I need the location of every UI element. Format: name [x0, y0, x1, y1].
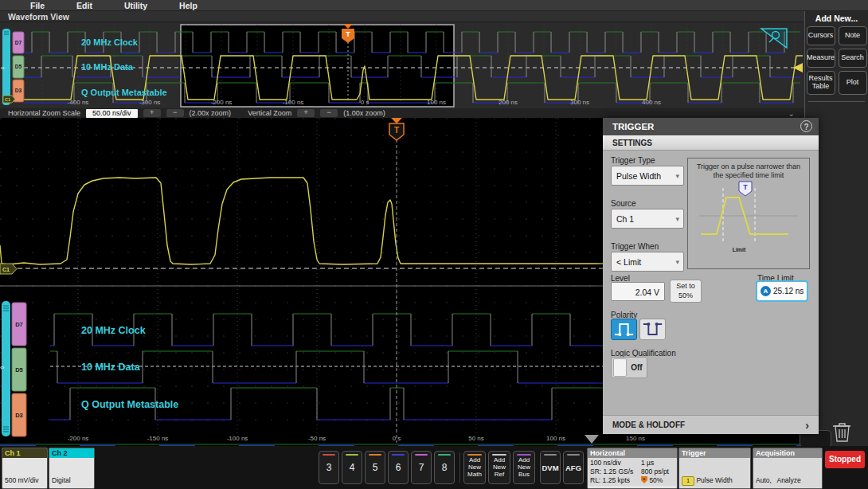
add-note-button[interactable]: Note [839, 26, 867, 45]
trigger-when-label: Trigger When [611, 242, 659, 251]
trigger-position-icon [641, 476, 647, 483]
run-stop-status-button[interactable]: Stopped [825, 451, 865, 468]
trigger-type-dropdown[interactable]: Pulse Width▾ [611, 166, 684, 186]
v-zoom-label: Vertical Zoom [248, 109, 291, 117]
svg-text:Limit: Limit [733, 247, 746, 252]
source-label: Source [611, 199, 636, 208]
svg-text:100 ns: 100 ns [546, 435, 565, 442]
source-1-key-icon: 1 [682, 476, 694, 486]
channel-5-button[interactable]: 5 [365, 451, 385, 484]
add-cursors-button[interactable]: Cursors [807, 26, 835, 45]
ch2-badge[interactable]: Ch 2 Digital ∕: 2 V [49, 448, 95, 489]
trigger-panel-title: TRIGGER [603, 118, 819, 135]
set-to-50-button[interactable]: Set to50% [670, 280, 702, 303]
svg-text:T: T [394, 126, 399, 135]
menu-file[interactable]: File [30, 1, 45, 10]
negative-pulse-icon [640, 319, 665, 339]
trigger-panel: TRIGGER ? SETTINGS Trigger Type Pulse Wi… [603, 118, 819, 434]
waveform-view-title: Waveform View [0, 11, 804, 22]
clock-label-overview: 20 MHz Clock [81, 37, 139, 47]
menu-edit[interactable]: Edit [76, 1, 92, 10]
h-zoom-plus-button[interactable]: + [143, 109, 161, 117]
sidebar-divider [808, 101, 865, 102]
svg-text:50 ns: 50 ns [468, 435, 484, 442]
channel-7-button[interactable]: 7 [411, 451, 432, 484]
channel-4-button[interactable]: 4 [342, 451, 362, 484]
svg-text:200 ns: 200 ns [499, 99, 518, 106]
main-axis-ticks: -200 ns-150 ns-100 ns-50 ns0 s50 ns100 n… [68, 435, 645, 442]
chevron-right-icon: › [805, 416, 809, 435]
svg-text:-200 ns: -200 ns [211, 99, 233, 106]
svg-text:C1: C1 [5, 97, 10, 102]
svg-text:D5: D5 [15, 366, 23, 374]
acquisition-badge[interactable]: Acquisition Auto, Analyze High Res: 13 b… [753, 448, 823, 489]
trigger-flag-icon: T [739, 182, 752, 196]
data-label-main: 10 MHz Data [81, 362, 141, 373]
trigger-type-label: Trigger Type [611, 156, 655, 165]
channel-8-button[interactable]: 8 [434, 451, 455, 484]
trigger-badge[interactable]: Trigger 1 Pulse Width < 25.12 ns 2.04 V [678, 448, 751, 489]
expand-icon[interactable]: ‹› [1, 65, 5, 71]
v-zoom-minus-button[interactable]: − [320, 109, 338, 117]
time-limit-input[interactable]: A 25.12 ns [756, 280, 808, 302]
polarity-positive-button[interactable] [611, 319, 637, 340]
svg-text:T: T [346, 30, 350, 38]
svg-text:D7: D7 [15, 321, 23, 328]
source-dropdown[interactable]: Ch 1▾ [611, 209, 684, 229]
h-zoom-minus-button[interactable]: − [166, 109, 184, 117]
polarity-negative-button[interactable] [639, 319, 666, 340]
menu-help[interactable]: Help [179, 1, 197, 10]
add-plot-button[interactable]: Plot [839, 71, 867, 95]
toggle-knob [613, 358, 627, 377]
svg-text:100 ns: 100 ns [427, 99, 446, 106]
chevron-down-icon: ▾ [675, 252, 679, 272]
afg-button[interactable]: AFG [563, 451, 584, 484]
svg-text:-300 ns: -300 ns [139, 99, 161, 106]
h-zoom-scale-label: Horizontal Zoom Scale [8, 109, 80, 117]
collapse-chevron-icon[interactable]: ⌄ [788, 109, 795, 118]
divider [459, 452, 460, 483]
dvm-button[interactable]: DVM [540, 451, 561, 484]
zoom-overlay-icon[interactable] [761, 29, 787, 48]
h-zoom-scale-input[interactable]: 50.00 ns/div [86, 109, 138, 118]
channel-6-button[interactable]: 6 [388, 451, 409, 484]
svg-text:T: T [743, 183, 748, 191]
add-results-table-button[interactable]: Results Table [807, 71, 835, 95]
svg-text:C1: C1 [2, 267, 10, 272]
add-measure-button[interactable]: Measure [807, 49, 835, 68]
data-label-overview: 10 MHz Data [81, 62, 134, 72]
v-zoom-plus-button[interactable]: + [297, 109, 315, 117]
help-icon[interactable]: ? [800, 120, 812, 132]
delete-drop-zone[interactable] [830, 420, 854, 447]
q-output-label-main: Q Output Metastable [81, 399, 178, 410]
trash-icon [830, 420, 854, 444]
tab-settings[interactable]: SETTINGS [603, 135, 819, 151]
trigger-help-diagram: Trigger on a pulse narrower than the spe… [687, 158, 810, 269]
add-search-button[interactable]: Search [839, 49, 867, 68]
badge-bar: Ch 1 500 mV/div ⊙DS 500 MHz Ch 2 Digital… [0, 446, 868, 489]
expand-icon[interactable]: ‹› [0, 364, 5, 371]
q-output-label-overview: Q Output Metastable [81, 88, 167, 97]
svg-text:D3: D3 [15, 412, 23, 419]
level-input[interactable]: 2.04 V [611, 282, 665, 301]
chevron-down-icon: ▾ [675, 209, 679, 229]
mode-holdoff-section[interactable]: MODE & HOLDOFF › [603, 415, 819, 434]
add-new-math-button[interactable]: Add New Math [463, 451, 486, 484]
svg-text:-200 ns: -200 ns [68, 435, 89, 442]
svg-text:0 s: 0 s [361, 99, 369, 106]
h-zoom-factor: (2.00x zoom) [190, 109, 232, 117]
logic-qualification-toggle[interactable]: Off [611, 357, 647, 378]
chevron-down-icon: ▾ [675, 166, 679, 186]
channel-3-button[interactable]: 3 [319, 451, 339, 484]
svg-text:400 ns: 400 ns [642, 99, 661, 106]
knob-a-icon: A [760, 286, 771, 296]
svg-text:300 ns: 300 ns [570, 99, 589, 106]
svg-text:D5: D5 [15, 64, 22, 69]
horizontal-badge[interactable]: Horizontal 100 ns/div1 µs SR: 1.25 GS/s8… [587, 448, 678, 489]
add-new-ref-button[interactable]: Add New Ref [488, 451, 510, 484]
ch1-badge[interactable]: Ch 1 500 mV/div ⊙DS 500 MHz [2, 448, 48, 489]
menu-utility[interactable]: Utility [124, 1, 147, 10]
panel-anchor-arrow-icon [585, 435, 599, 444]
trigger-when-dropdown[interactable]: < Limit▾ [611, 252, 684, 272]
add-new-bus-button[interactable]: Add New Bus [513, 451, 535, 484]
